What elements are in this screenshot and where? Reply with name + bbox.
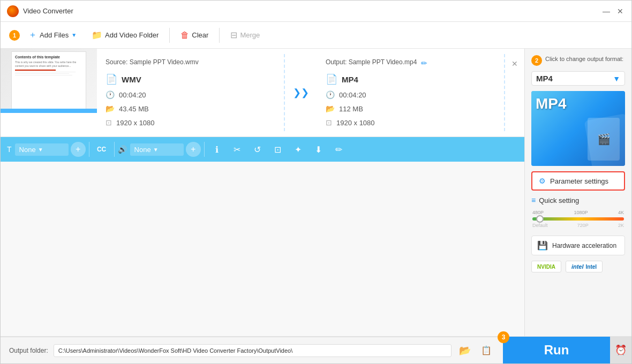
format-name: MP4 xyxy=(536,74,613,83)
intel-badge[interactable]: intel Intel xyxy=(566,261,603,272)
arrow-col: ❯ ❯ xyxy=(285,54,317,131)
source-format-icon: 📄 xyxy=(106,73,117,85)
source-duration: 00:04:20 xyxy=(119,91,146,99)
edit-sep-2 xyxy=(114,142,115,157)
thumbnail-bar xyxy=(1,109,97,113)
main-toolbar: 1 ＋ Add Files ▼ 📁 Add Video Folder 🗑 Cle… xyxy=(1,22,631,49)
export-button[interactable]: 📋 xyxy=(478,343,494,359)
format-preview: MP4 🎬 xyxy=(531,91,625,166)
close-button[interactable]: ✕ xyxy=(615,6,625,16)
parameter-settings-label: Parameter settings xyxy=(550,177,608,185)
toolbar-separator xyxy=(169,28,170,43)
convert-arrow-2: ❯ xyxy=(301,87,309,98)
add-files-button[interactable]: ＋ Add Files ▼ xyxy=(22,26,83,44)
output-format: MP4 xyxy=(342,75,358,84)
rotate-button[interactable]: ↺ xyxy=(249,140,267,158)
file-item: Contents of this template This is why we… xyxy=(1,49,524,137)
info-button[interactable]: ℹ xyxy=(208,140,226,158)
source-label: Source: Sample PPT Video.wmv xyxy=(106,58,275,66)
quality-slider-container: 480P 1080P 4K Default 720P 2K xyxy=(531,208,625,230)
output-clock-icon: 🕐 xyxy=(326,90,335,99)
cc-icon[interactable]: CC xyxy=(93,140,111,158)
audio-select[interactable]: None ▼ xyxy=(130,143,184,156)
settings-icon: ⚙ xyxy=(539,177,546,185)
quality-slider-track[interactable] xyxy=(532,217,624,221)
add-subtitle-button[interactable]: + xyxy=(71,142,86,157)
audio-label: None xyxy=(134,146,151,154)
quality-labels-top: 480P 1080P 4K xyxy=(532,210,624,215)
app-logo xyxy=(7,5,19,17)
crop-button[interactable]: ⊡ xyxy=(269,140,287,158)
close-btn-wrap: ✕ xyxy=(505,54,524,131)
bottom-bar: Output folder: 📂 📋 xyxy=(1,337,503,363)
add-files-dropdown-icon[interactable]: ▼ xyxy=(71,32,77,38)
close-file-button[interactable]: ✕ xyxy=(508,57,521,70)
step-1-badge: 1 xyxy=(9,30,20,41)
gpu-badges: NVIDIA intel Intel xyxy=(531,261,625,272)
output-format-icon: 📄 xyxy=(326,73,337,85)
merge-button[interactable]: ⊟ Merge xyxy=(224,27,266,43)
output-resolution-row: ⊡ 1920 x 1080 xyxy=(326,118,495,127)
toolbar-separator-2 xyxy=(219,28,220,43)
output-duration: 00:04:20 xyxy=(339,91,366,99)
right-panel: 2 Click to change output format: MP4 ▼ M… xyxy=(524,49,631,336)
output-path-input[interactable] xyxy=(54,344,452,357)
subtitle-edit-button[interactable]: ✏ xyxy=(330,140,348,158)
resolution-icon: ⊡ xyxy=(106,118,112,127)
cut-button[interactable]: ✂ xyxy=(228,140,246,158)
audio-icon: 🔊 xyxy=(118,145,127,154)
output-folder-icon: 📂 xyxy=(326,104,335,113)
edit-output-icon[interactable]: ✏ xyxy=(421,59,427,67)
format-hint: Click to change output format: xyxy=(545,55,623,63)
add-video-folder-label: Add Video Folder xyxy=(105,31,159,39)
source-format: WMV xyxy=(122,75,141,84)
thumb-body: This is why we created this slide. You w… xyxy=(15,60,82,67)
merge-label: Merge xyxy=(240,31,260,39)
output-duration-row: 🕐 00:04:20 xyxy=(326,90,495,99)
alarm-button[interactable]: ⏰ xyxy=(610,337,631,363)
quality-slider-thumb[interactable] xyxy=(536,215,544,223)
folder-size-icon: 📂 xyxy=(106,104,115,113)
subtitle-label: None xyxy=(19,146,36,154)
add-audio-button[interactable]: + xyxy=(186,142,201,157)
quick-setting-label: ≡ Quick setting xyxy=(531,196,625,204)
quick-setting-text: Quick setting xyxy=(539,196,579,204)
watermark-button[interactable]: ⬇ xyxy=(310,140,328,158)
thumb-title: Contents of this template xyxy=(15,55,82,59)
app-title: Video Converter xyxy=(23,7,601,15)
output-format-row: 📄 MP4 xyxy=(326,73,495,85)
label-720p: 720P xyxy=(577,223,589,228)
hw-accel-label: Hardware acceleration xyxy=(552,242,616,249)
title-bar: Video Converter — ✕ xyxy=(1,1,631,22)
run-label: Run xyxy=(544,343,569,358)
parameter-settings-button[interactable]: ⚙ Parameter settings xyxy=(531,171,625,191)
subtitle-select[interactable]: None ▼ xyxy=(15,143,69,156)
hardware-acceleration-section: 💾 Hardware acceleration xyxy=(531,236,625,255)
run-button[interactable]: 3 Run xyxy=(503,337,610,363)
intel-logo-text: intel xyxy=(571,263,584,270)
convert-arrow: ❯ xyxy=(293,87,301,98)
source-resolution: 1920 x 1080 xyxy=(116,119,155,127)
output-label: Output: Sample PPT Video.mp4 xyxy=(326,58,417,66)
output-resolution-icon: ⊡ xyxy=(326,118,332,127)
thumbnail-doc: Contents of this template This is why we… xyxy=(11,51,86,110)
source-info: Source: Sample PPT Video.wmv 📄 WMV 🕐 00:… xyxy=(97,54,285,131)
quality-sublabels: Default 720P 2K xyxy=(532,223,624,228)
intel-label: Intel xyxy=(586,264,597,270)
add-files-label: Add Files xyxy=(40,31,69,39)
file-info: Source: Sample PPT Video.wmv 📄 WMV 🕐 00:… xyxy=(97,49,524,136)
minimize-button[interactable]: — xyxy=(601,6,611,16)
output-folder-label: Output folder: xyxy=(9,347,48,354)
clear-button[interactable]: 🗑 Clear xyxy=(174,27,215,43)
output-resolution: 1920 x 1080 xyxy=(336,119,375,127)
bottom-section: Output folder: 📂 📋 3 Run ⏰ xyxy=(1,336,631,363)
alarm-icon: ⏰ xyxy=(615,344,627,356)
format-selector[interactable]: MP4 ▼ xyxy=(531,71,625,86)
effects-button[interactable]: ✦ xyxy=(289,140,307,158)
add-video-folder-button[interactable]: 📁 Add Video Folder xyxy=(85,27,165,43)
edit-sep-1 xyxy=(89,142,89,157)
mp4-logo: MP4 xyxy=(536,95,567,112)
open-folder-button[interactable]: 📂 xyxy=(457,343,473,359)
nvidia-badge[interactable]: NVIDIA xyxy=(531,261,561,272)
source-size: 43.45 MB xyxy=(119,105,149,113)
